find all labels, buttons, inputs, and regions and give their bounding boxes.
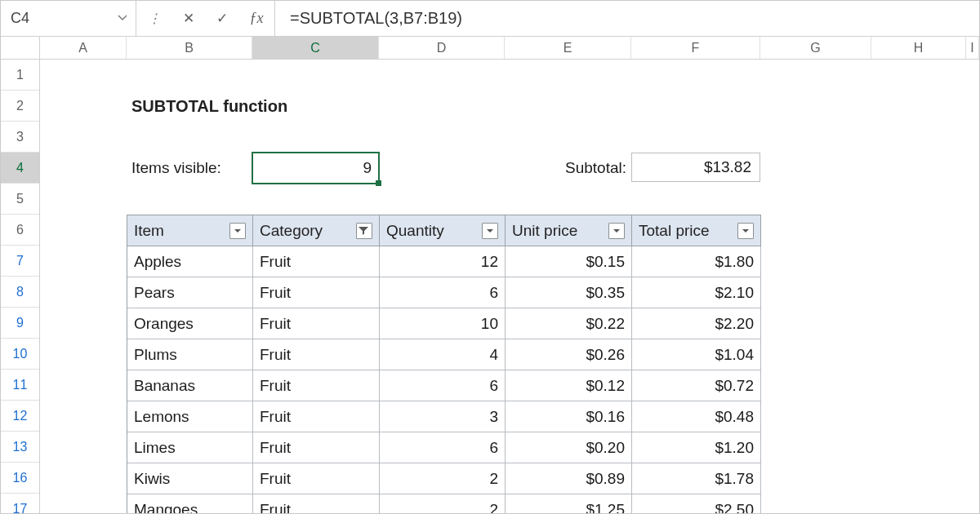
col-header-I[interactable]: I [966,37,979,59]
subtotal-value: $13.82 [704,158,751,176]
table-header-total-price[interactable]: Total price [632,215,761,246]
col-header-H[interactable]: H [871,37,966,59]
table-cell-item[interactable]: Bananas [127,370,253,401]
table-header-label: Unit price [512,222,604,240]
table-cell-item[interactable]: Kiwis [127,463,253,494]
table-cell-item[interactable]: Plums [127,339,253,370]
row-header-4[interactable]: 4 [1,153,39,184]
page-title: SUBTOTAL function [127,91,292,122]
cancel-icon[interactable]: ✕ [183,10,194,27]
table-cell-category[interactable]: Fruit [253,277,380,308]
table-cell-total-price[interactable]: $1.04 [632,339,761,370]
col-header-B[interactable]: B [127,37,252,59]
table-header-label: Total price [639,222,733,240]
table-cell-unit-price[interactable]: $1.25 [506,494,632,514]
table-cell-unit-price[interactable]: $0.20 [506,432,632,463]
table-header-quantity[interactable]: Quantity [380,215,506,246]
table-cell-quantity[interactable]: 3 [380,401,506,432]
row-header-7[interactable]: 7 [1,246,39,277]
row-header-13[interactable]: 13 [1,432,39,463]
table-cell-item[interactable]: Apples [127,246,253,277]
table-cell-unit-price[interactable]: $0.35 [506,277,632,308]
chevron-down-icon [118,10,127,27]
row-header-12[interactable]: 12 [1,401,39,432]
select-all-corner[interactable] [1,37,40,59]
cell-pane[interactable]: SUBTOTAL function Items visible: Subtota… [40,60,979,514]
worksheet-grid: A B C D E F G H I 123456789101112131617 … [1,37,979,514]
table-cell-quantity[interactable]: 2 [380,494,506,514]
fx-icon[interactable]: ƒx [250,10,264,27]
row-header-16[interactable]: 16 [1,463,39,494]
table-cell-quantity[interactable]: 10 [380,308,506,339]
table-cell-category[interactable]: Fruit [253,308,380,339]
name-box[interactable]: C4 [1,1,136,36]
table-cell-item[interactable]: Limes [127,432,253,463]
row-header-6[interactable]: 6 [1,215,39,246]
row-header-1[interactable]: 1 [1,60,39,91]
formula-bar-buttons: ⋮ ✕ ✓ ƒx [136,1,275,36]
col-header-E[interactable]: E [505,37,631,59]
table-cell-unit-price[interactable]: $0.22 [506,308,632,339]
table-cell-total-price[interactable]: $0.72 [632,370,761,401]
table-cell-quantity[interactable]: 2 [380,463,506,494]
table-cell-category[interactable]: Fruit [253,246,380,277]
table-cell-category[interactable]: Fruit [253,494,380,514]
table-header-label: Category [260,222,351,240]
table-cell-unit-price[interactable]: $0.26 [506,339,632,370]
filter-dropdown-icon[interactable] [482,223,498,239]
row-header-17[interactable]: 17 [1,494,39,514]
col-header-C[interactable]: C [252,37,379,59]
table-cell-item[interactable]: Mangoes [127,494,253,514]
kebab-icon[interactable]: ⋮ [148,11,161,26]
row-header-10[interactable]: 10 [1,339,39,370]
table-header-category[interactable]: Category [253,215,380,246]
filter-dropdown-icon[interactable] [737,223,754,239]
col-header-A[interactable]: A [40,37,127,59]
table-header-unit-price[interactable]: Unit price [506,215,632,246]
row-header-9[interactable]: 9 [1,308,39,339]
row-header-11[interactable]: 11 [1,370,39,401]
enter-icon[interactable]: ✓ [216,10,228,27]
table-cell-item[interactable]: Pears [127,277,253,308]
row-header-3[interactable]: 3 [1,122,39,153]
table-cell-item[interactable]: Oranges [127,308,253,339]
table-cell-quantity[interactable]: 6 [380,432,506,463]
table-cell-quantity[interactable]: 6 [380,370,506,401]
row-header-5[interactable]: 5 [1,184,39,215]
col-header-D[interactable]: D [379,37,505,59]
table-cell-quantity[interactable]: 6 [380,277,506,308]
row-headers: 123456789101112131617 [1,60,40,514]
table-cell-unit-price[interactable]: $0.15 [506,246,632,277]
table-cell-category[interactable]: Fruit [253,401,380,432]
table-cell-total-price[interactable]: $1.20 [632,432,761,463]
table-cell-category[interactable]: Fruit [253,432,380,463]
filter-dropdown-icon[interactable] [608,223,625,239]
subtotal-value-box[interactable]: $13.82 [631,153,760,182]
table-cell-unit-price[interactable]: $0.16 [506,401,632,432]
row-header-2[interactable]: 2 [1,91,39,122]
row-header-8[interactable]: 8 [1,277,39,308]
formula-input[interactable]: =SUBTOTAL(3,B7:B19) [275,1,979,36]
filter-dropdown-icon[interactable] [229,223,246,239]
table-cell-quantity[interactable]: 4 [380,339,506,370]
table-cell-total-price[interactable]: $2.10 [632,277,761,308]
table-cell-category[interactable]: Fruit [253,339,380,370]
filter-active-icon[interactable] [356,223,372,239]
table-header-item[interactable]: Item [127,215,253,246]
table-cell-total-price[interactable]: $1.80 [632,246,761,277]
col-header-G[interactable]: G [760,37,871,59]
col-header-F[interactable]: F [631,37,760,59]
table-cell-unit-price[interactable]: $0.12 [506,370,632,401]
table-cell-quantity[interactable]: 12 [380,246,506,277]
table-cell-total-price[interactable]: $2.20 [632,308,761,339]
formula-bar: C4 ⋮ ✕ ✓ ƒx =SUBTOTAL(3,B7:B19) [1,1,979,37]
subtotal-label: Subtotal: [505,153,631,184]
name-box-value: C4 [11,10,29,27]
table-cell-total-price[interactable]: $2.50 [632,494,761,514]
table-cell-item[interactable]: Lemons [127,401,253,432]
table-cell-total-price[interactable]: $0.48 [632,401,761,432]
table-cell-category[interactable]: Fruit [253,463,380,494]
table-cell-category[interactable]: Fruit [253,370,380,401]
table-cell-total-price[interactable]: $1.78 [632,463,761,494]
table-cell-unit-price[interactable]: $0.89 [506,463,632,494]
